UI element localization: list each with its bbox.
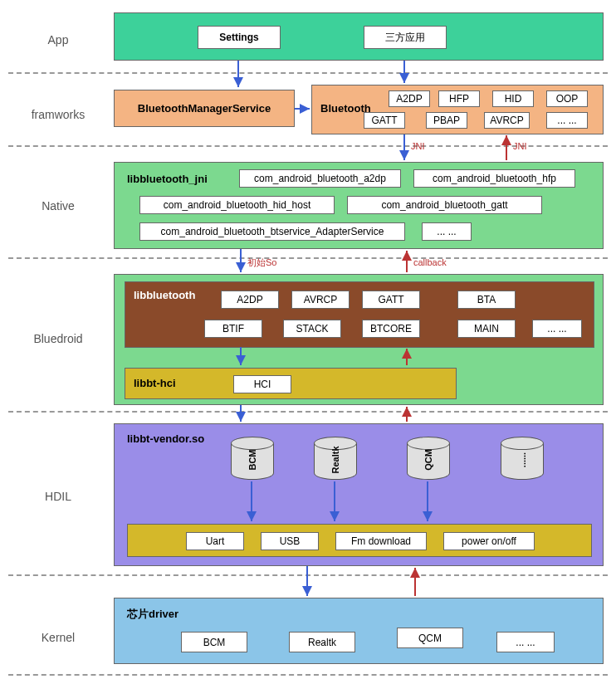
- profile-hfp: HFP: [438, 90, 480, 107]
- transport-uart: Uart: [186, 532, 244, 550]
- native-title: libbluetooth_jni: [127, 173, 208, 185]
- kernel-qcm: QCM: [397, 628, 463, 648]
- bd-avrcp: AVRCP: [291, 291, 350, 309]
- profile-avrcp: AVRCP: [484, 112, 530, 129]
- layer-label-kernel: Kernel: [25, 631, 91, 644]
- box-bms: BluetoothManagerService: [114, 90, 295, 127]
- native-adapter: com_android_bluetooth_btservice_AdapterS…: [139, 222, 405, 241]
- transport-box: Uart USB Fm download power on/off: [127, 524, 592, 557]
- bluedroid-outer: libbluetooth A2DP AVRCP GATT BTA BTIF ST…: [114, 274, 604, 405]
- layer-label-frameworks: framworks: [25, 108, 91, 121]
- hci-box: HCI: [233, 375, 291, 393]
- box-settings: Settings: [198, 26, 281, 49]
- profile-gatt: GATT: [364, 112, 405, 129]
- profile-a2dp: A2DP: [389, 90, 430, 107]
- native-box: libbluetooth_jni com_android_bluetooth_a…: [114, 162, 604, 249]
- profile-pbap: PBAP: [426, 112, 467, 129]
- profile-oop: OOP: [546, 90, 588, 107]
- separator: [8, 145, 608, 147]
- separator: [8, 411, 608, 413]
- bd-main: MAIN: [457, 320, 516, 338]
- kernel-bcm: BCM: [181, 632, 247, 652]
- separator: [8, 72, 608, 74]
- box-third-party: 三方应用: [364, 26, 447, 49]
- app-layer-box: Settings 三方应用: [114, 12, 604, 61]
- native-a2dp: com_android_bluetooth_a2dp: [239, 169, 401, 188]
- hdil-box: libbt-vendor.so BCM Realtk QCM ...... Ua…: [114, 423, 604, 566]
- native-hid: com_android_bluetooth_hid_host: [139, 196, 335, 214]
- libbluetooth-box: libbluetooth A2DP AVRCP GATT BTA BTIF ST…: [125, 281, 594, 348]
- libbt-hci-box: libbt-hci HCI: [125, 368, 457, 399]
- kernel-more: ... ...: [496, 632, 555, 652]
- bluetooth-architecture-diagram: App framworks Native Bluedroid HDIL Kern…: [0, 0, 616, 679]
- bd-stack: STACK: [283, 320, 341, 338]
- box-bluetooth: Bluetooth A2DP HFP HID OOP GATT PBAP AVR…: [311, 85, 604, 134]
- layer-label-hdil: HDIL: [25, 490, 91, 503]
- profile-more: ... ...: [546, 112, 588, 129]
- transport-power: power on/off: [443, 532, 535, 550]
- layer-label-bluedroid: Bluedroid: [25, 332, 91, 345]
- libbt-hci-title: libbt-hci: [134, 377, 176, 389]
- cylinder-bcm: BCM: [231, 437, 274, 483]
- bd-a2dp: A2DP: [221, 291, 279, 309]
- separator: [8, 674, 608, 676]
- separator: [8, 257, 608, 259]
- transport-fm: Fm download: [335, 532, 427, 550]
- transport-usb: USB: [261, 532, 319, 550]
- native-gatt: com_android_bluetooth_gatt: [347, 196, 542, 214]
- cylinder-qcm: QCM: [407, 437, 450, 483]
- kernel-realtk: Realtk: [289, 632, 355, 652]
- profile-hid: HID: [492, 90, 534, 107]
- bd-bta: BTA: [457, 291, 516, 309]
- kernel-title: 芯片driver: [127, 607, 178, 622]
- bd-gatt: GATT: [362, 291, 420, 309]
- cylinder-realtk: Realtk: [314, 437, 357, 483]
- hdil-title: libbt-vendor.so: [127, 432, 204, 445]
- native-hfp: com_android_bluetooth_hfp: [413, 169, 575, 188]
- layer-label-native: Native: [25, 199, 91, 212]
- bd-btif: BTIF: [204, 320, 262, 338]
- cylinder-more: ......: [501, 437, 544, 483]
- layer-label-app: App: [25, 33, 91, 46]
- bd-btcore: BTCORE: [362, 320, 420, 338]
- libbluetooth-title: libbluetooth: [134, 289, 195, 301]
- bd-more: ... ...: [532, 320, 582, 338]
- native-more: ... ...: [422, 222, 472, 241]
- separator: [8, 574, 608, 576]
- kernel-box: 芯片driver BCM Realtk QCM ... ...: [114, 598, 604, 664]
